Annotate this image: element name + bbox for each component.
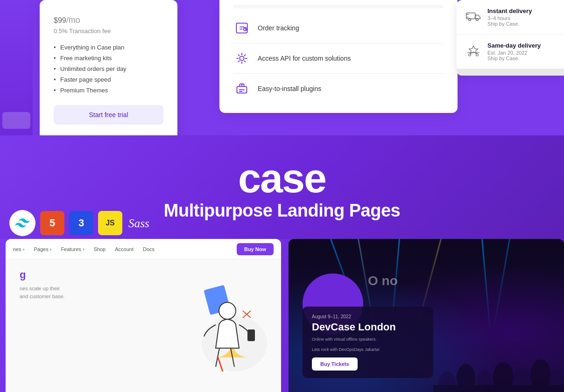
feature-plugins: Easy-to-install plugins [233,74,444,104]
javascript-icon: JS [98,211,122,235]
case-logo: case [238,158,326,199]
tech-icons-row: 5 3 JS Sass [9,210,155,236]
instant-delivery-title: Instant delivery [487,7,532,14]
nav-features: Features › [61,246,84,252]
same-day-delivery-info: Same-day delivery Est. Jan 20, 2022 Ship… [487,42,541,61]
same-day-delivery-icon [465,42,482,59]
preview-left-content: g nes scale up their and customer base. [6,259,281,392]
api-label: Access API for custom solutions [258,55,351,62]
buy-now-button[interactable]: Buy Now [237,243,274,255]
instant-delivery-by: Ship by Case. [487,21,532,27]
order-tracking-icon [233,20,250,36]
instant-delivery-item: Instant delivery 3–4 hours Ship by Case. [457,0,564,35]
event-desc2: Lets rock with DevOpsDays Jakarta! [312,347,424,353]
feature-item-1: Everything in Case plan [54,42,163,53]
preview-left-nav: nes › Pages › Features › Shop Account Do… [6,239,281,259]
feature-item-2: Free marketing kits [54,53,163,63]
event-partial-text: O no [368,273,398,288]
svg-point-12 [219,302,236,319]
crowd-silhouettes [433,299,564,392]
feature-item-4: Faster page speed [54,74,163,85]
svg-text:Sass: Sass [128,217,149,230]
nav-shop: Shop [94,246,106,252]
svg-point-2 [240,56,244,60]
same-day-delivery-title: Same-day delivery [487,42,541,49]
feature-order-tracking: Order tracking [233,13,444,43]
order-tracking-label: Order tracking [258,24,299,32]
css3-icon: 3 [69,211,93,235]
event-card: August 9–11, 2022 DevCase London Online … [303,307,433,378]
nav-docs: Docs [143,246,155,252]
html5-icon: 5 [40,211,64,235]
feature-api: Access API for custom solutions [233,43,444,74]
svg-rect-0 [236,23,247,33]
preview-section: nes › Pages › Features › Shop Account Do… [0,239,564,392]
preview-illustration [178,264,272,376]
preview-left-card: nes › Pages › Features › Shop Account Do… [6,239,281,392]
start-trial-button[interactable]: Start free trial [54,105,163,125]
features-panel: Order tracking Access API for custom sol… [219,0,458,113]
svg-rect-22 [433,385,564,392]
svg-rect-4 [466,13,475,19]
api-icon [233,50,250,67]
same-day-delivery-date: Est. Jan 20, 2022 [487,50,541,56]
nav-pages: Pages › [34,246,51,252]
feature-list: Everything in Case plan Free marketing k… [54,42,163,96]
feature-item-3: Unlimited orders per day [54,63,163,74]
instant-delivery-info: Instant delivery 3–4 hours Ship by Case. [487,7,532,27]
price-amount: $99 [54,16,66,24]
plugins-icon [233,80,250,97]
nav-account: Account [115,246,134,252]
same-day-delivery-by: Ship by Case. [487,56,541,61]
purple-card-button [2,112,30,129]
top-bar-filler [233,5,444,8]
svg-point-8 [476,54,479,56]
delivery-panel: Instant delivery 3–4 hours Ship by Case.… [457,0,564,76]
nav-themes: nes › [13,246,24,252]
svg-point-7 [469,54,471,56]
preview-right-content: O no August 9–11, 2022 DevCase London On… [289,259,564,392]
event-desc1: Online with virtual offline speakers. [312,336,424,343]
same-day-delivery-item: Same-day delivery Est. Jan 20, 2022 Ship… [457,35,564,69]
event-cta-button[interactable]: Buy Tickets [312,357,358,371]
pricing-price: $99/mo [54,9,163,27]
feature-item-5: Premium Themes [54,85,163,96]
delivery-footer-bar [457,69,564,76]
instant-delivery-icon [465,7,482,24]
sass-icon: Sass [127,211,155,235]
tailwind-icon [9,210,35,236]
svg-rect-13 [247,329,255,341]
instant-delivery-time: 3–4 hours [487,15,532,21]
event-date: August 9–11, 2022 [312,314,424,319]
hero-tagline: Multipurpose Landing Pages [164,201,400,221]
price-period: /mo [66,15,80,25]
hero-section: case Multipurpose Landing Pages 5 3 JS S… [0,135,564,243]
plugins-label: Easy-to-install plugins [258,85,321,92]
transaction-fee: 0.5% Transaction fee [54,28,163,35]
preview-right-card: case Themes › Pages › Features › Shop O … [289,239,564,392]
hero-content: case Multipurpose Landing Pages [164,158,400,221]
event-title: DevCase London [312,321,424,333]
